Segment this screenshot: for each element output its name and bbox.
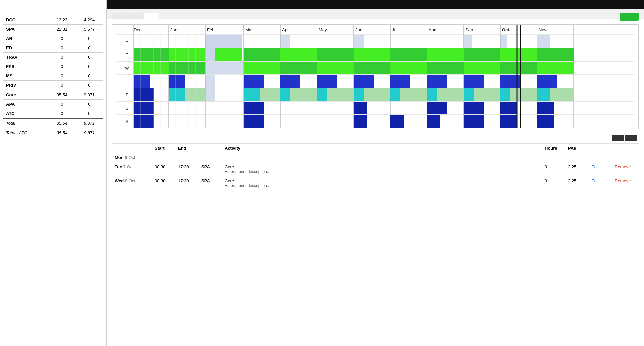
svg-rect-111 bbox=[537, 102, 554, 114]
svg-rect-50 bbox=[244, 48, 280, 61]
svg-rect-44 bbox=[500, 35, 507, 48]
row-code: SPA bbox=[199, 162, 222, 176]
row-hours: 35.54 bbox=[48, 90, 76, 100]
svg-rect-68 bbox=[464, 62, 500, 74]
tabs-bar bbox=[107, 9, 644, 19]
row-pas: - bbox=[565, 153, 589, 162]
col-remove bbox=[612, 144, 639, 153]
row-pas: 9.871 bbox=[76, 90, 103, 100]
table-row: FPS 0 0 bbox=[3, 62, 103, 71]
svg-rect-116 bbox=[427, 115, 440, 128]
svg-rect-105 bbox=[134, 102, 154, 114]
svg-rect-89 bbox=[280, 88, 290, 101]
prev-button[interactable] bbox=[612, 135, 624, 141]
edit-link[interactable]: Edit bbox=[591, 164, 599, 169]
row-remove[interactable]: Remove bbox=[612, 162, 639, 176]
svg-rect-58 bbox=[537, 48, 574, 61]
activity-summary-table: DCC 13.23 4.294SPA 22.31 5.577AR 0 0ED 0… bbox=[3, 12, 103, 137]
svg-rect-95 bbox=[390, 88, 400, 101]
new-activity-button[interactable] bbox=[620, 13, 639, 21]
col-end: End bbox=[175, 144, 199, 153]
row-pas: 0 bbox=[76, 43, 103, 53]
table-row: ED 0 0 bbox=[3, 43, 103, 53]
svg-rect-102 bbox=[510, 88, 537, 101]
svg-rect-94 bbox=[364, 88, 390, 101]
row-label: DCC bbox=[3, 15, 48, 25]
svg-rect-118 bbox=[500, 115, 517, 128]
remove-link[interactable]: Remove bbox=[615, 178, 631, 183]
svg-rect-80 bbox=[464, 75, 484, 88]
row-code: SPA bbox=[199, 176, 222, 190]
svg-rect-46 bbox=[134, 48, 169, 61]
svg-text:T: T bbox=[126, 79, 128, 84]
row-label: ED bbox=[3, 43, 48, 53]
row-pas: 0 bbox=[76, 62, 103, 71]
svg-rect-113 bbox=[244, 115, 264, 128]
svg-rect-87 bbox=[244, 88, 260, 101]
row-end: - bbox=[175, 153, 199, 162]
activity-desc: Enter a brief description... bbox=[225, 183, 293, 188]
row-activity: CoreEnter a brief description... bbox=[222, 162, 295, 176]
edit-link[interactable]: Edit bbox=[591, 178, 599, 183]
svg-rect-91 bbox=[317, 88, 327, 101]
row-remove: - bbox=[612, 153, 639, 162]
svg-text:T: T bbox=[126, 53, 128, 57]
row-end: 17:30 bbox=[175, 162, 199, 176]
svg-text:Jan: Jan bbox=[170, 27, 177, 32]
row-pas: 0 bbox=[76, 71, 103, 81]
svg-rect-64 bbox=[317, 62, 354, 74]
table-row: Total 35.54 9.871 bbox=[3, 118, 103, 128]
row-label: FPS bbox=[3, 62, 48, 71]
row-pas: 2.25 bbox=[565, 176, 589, 190]
svg-rect-101 bbox=[500, 88, 510, 101]
svg-rect-99 bbox=[464, 88, 474, 101]
row-label: APA bbox=[3, 100, 48, 109]
tab-pa-breakdown[interactable] bbox=[128, 13, 143, 19]
next-button[interactable] bbox=[625, 135, 637, 141]
svg-text:May: May bbox=[319, 27, 327, 32]
svg-rect-83 bbox=[134, 88, 154, 101]
row-edit[interactable]: Edit bbox=[589, 162, 612, 176]
svg-text:Oct: Oct bbox=[502, 27, 509, 32]
row-label: MS bbox=[3, 71, 48, 81]
row-hours: 0 bbox=[48, 34, 76, 43]
table-row: Wed 8 Oct 08:30 17:30 SPA CoreEnter a br… bbox=[112, 176, 639, 190]
col-spacer bbox=[295, 144, 542, 153]
row-edit[interactable]: Edit bbox=[589, 176, 612, 190]
tab-weekly-calendar[interactable] bbox=[144, 13, 159, 19]
svg-text:Aug: Aug bbox=[429, 27, 436, 32]
tab-overview[interactable] bbox=[112, 13, 127, 19]
svg-text:S: S bbox=[126, 119, 128, 124]
svg-rect-86 bbox=[205, 88, 215, 101]
row-edit: - bbox=[589, 153, 612, 162]
row-hours: 0 bbox=[48, 62, 76, 71]
row-day: Mon 6 Oct bbox=[112, 153, 152, 162]
calendar-container: Dec Jan Feb Mar Apr May Jun Jul Aug Se bbox=[112, 24, 639, 129]
row-start: 08:30 bbox=[152, 162, 175, 176]
table-row: PRIV 0 0 bbox=[3, 81, 103, 90]
col-header-label bbox=[3, 12, 48, 15]
svg-text:F: F bbox=[126, 93, 128, 97]
row-pas: 0 bbox=[76, 109, 103, 119]
svg-rect-52 bbox=[317, 48, 354, 61]
svg-rect-115 bbox=[390, 115, 404, 128]
row-hours: 0 bbox=[48, 43, 76, 53]
svg-rect-53 bbox=[354, 48, 390, 61]
nav-buttons bbox=[612, 135, 637, 141]
left-panel: DCC 13.23 4.294SPA 22.31 5.577AR 0 0ED 0… bbox=[0, 0, 107, 346]
row-label: Total bbox=[3, 118, 48, 128]
svg-rect-61 bbox=[205, 62, 244, 74]
col-hours: Hours bbox=[542, 144, 565, 153]
day-date: 7 Oct bbox=[123, 164, 134, 169]
row-remove[interactable]: Remove bbox=[612, 176, 639, 190]
remove-link[interactable]: Remove bbox=[615, 164, 631, 169]
row-hours: 22.31 bbox=[48, 25, 76, 34]
row-pas: 4.294 bbox=[76, 15, 103, 25]
table-row: Total - ATC 35.54 9.871 bbox=[3, 128, 103, 137]
calendar-svg: Dec Jan Feb Mar Apr May Jun Jul Aug Se bbox=[112, 25, 638, 128]
svg-text:W: W bbox=[125, 66, 129, 71]
row-pas: 0 bbox=[76, 53, 103, 62]
col-edit bbox=[589, 144, 612, 153]
row-day: Wed 8 Oct bbox=[112, 176, 152, 190]
svg-rect-88 bbox=[260, 88, 280, 101]
